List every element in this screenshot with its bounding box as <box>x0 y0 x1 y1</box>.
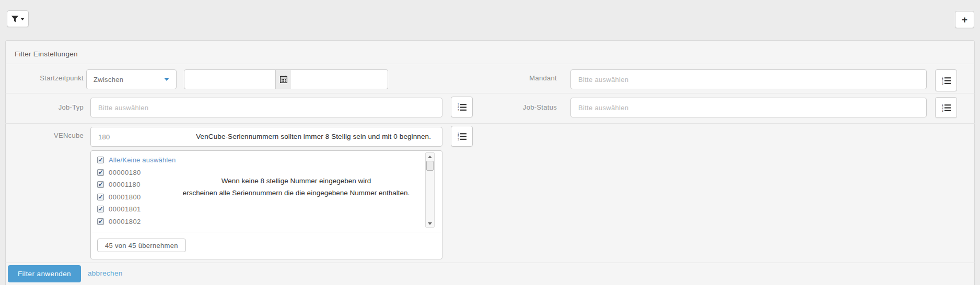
operator-select-value: Zwischen <box>94 76 123 84</box>
option-row: 00001801 <box>97 203 176 216</box>
panel-title: Filter Einstellungen <box>15 50 78 58</box>
svg-text:3: 3 <box>942 82 943 84</box>
plus-icon: + <box>962 14 967 26</box>
option-row: 00001800 <box>97 191 176 204</box>
list-ol-icon: 1 2 3 <box>942 104 951 112</box>
list-ol-icon: 1 2 3 <box>458 133 466 140</box>
date-to-input[interactable] <box>291 69 388 89</box>
triangle-down-icon <box>428 222 432 225</box>
footer-divider <box>5 263 975 263</box>
svg-text:1: 1 <box>942 104 943 106</box>
option-label: 00001180 <box>109 181 141 188</box>
date-from-input[interactable] <box>184 69 276 89</box>
svg-text:3: 3 <box>458 109 459 111</box>
filter-toggle-button[interactable] <box>7 10 29 27</box>
option-label: 00001802 <box>109 218 141 225</box>
option-checkbox[interactable] <box>97 206 104 212</box>
select-all-row: Alle/Keine auswählen <box>97 154 176 167</box>
cancel-link[interactable]: abbrechen <box>88 269 123 277</box>
svg-text:2: 2 <box>458 106 459 109</box>
header-divider <box>5 64 975 64</box>
row-divider <box>5 123 975 124</box>
vencube-option-panel: Alle/Keine auswählen 00000180 00001180 0… <box>90 150 442 259</box>
svg-text:1: 1 <box>458 103 459 106</box>
option-label: 00001801 <box>109 205 141 213</box>
row-divider <box>5 93 975 93</box>
option-checkbox[interactable] <box>97 194 104 200</box>
job-typ-list-button[interactable]: 1 2 3 <box>451 97 473 117</box>
svg-text:3: 3 <box>942 109 943 111</box>
list-ol-icon: 1 2 3 <box>942 77 951 85</box>
option-checkbox[interactable] <box>97 181 104 188</box>
select-all-checkbox[interactable] <box>97 157 104 163</box>
list-ol-icon: 1 2 3 <box>458 103 466 111</box>
startzeitpunkt-label: Startzeitpunkt <box>10 74 84 82</box>
mandant-input[interactable] <box>570 69 927 89</box>
overlay-line-1: Wenn keine 8 stellige Nummer eingegeben … <box>164 175 428 187</box>
mandant-list-button[interactable]: 1 2 3 <box>935 69 957 91</box>
job-typ-input[interactable] <box>90 98 442 117</box>
mandant-label: Mandant <box>486 74 557 82</box>
scrollbar-thumb[interactable] <box>426 161 434 171</box>
scrollbar[interactable] <box>425 152 435 228</box>
option-label: 00001800 <box>109 193 141 201</box>
startzeitpunkt-operator-select[interactable]: Zwischen <box>86 69 177 89</box>
apply-filter-button[interactable]: Filter anwenden <box>8 265 81 282</box>
scroll-down-button[interactable] <box>426 220 434 227</box>
option-row: 00000180 <box>97 167 176 179</box>
chevron-down-icon <box>20 18 25 20</box>
calendar-icon <box>280 76 287 83</box>
vencube-label: VENcube <box>10 132 84 139</box>
triangle-up-icon <box>428 156 432 158</box>
svg-text:2: 2 <box>458 135 459 138</box>
option-row: 00001180 <box>97 179 176 191</box>
svg-text:1: 1 <box>458 133 459 135</box>
calendar-button[interactable] <box>275 69 291 89</box>
job-status-list-button[interactable]: 1 2 3 <box>935 97 957 118</box>
add-filter-button[interactable]: + <box>955 11 974 28</box>
apply-selection-button[interactable]: 45 von 45 übernehmen <box>97 239 186 252</box>
job-typ-label: Job-Typ <box>10 103 84 111</box>
scroll-up-button[interactable] <box>426 153 434 160</box>
select-all-label[interactable]: Alle/Keine auswählen <box>109 156 176 164</box>
funnel-icon <box>11 16 19 22</box>
vencube-list-button[interactable]: 1 2 3 <box>451 126 473 147</box>
job-status-label: Job-Status <box>486 103 557 111</box>
overlay-line-2: erscheinen alle Seriennummern die die ei… <box>164 187 428 199</box>
chevron-down-icon <box>164 78 169 81</box>
svg-text:3: 3 <box>458 138 459 140</box>
dropdown-divider <box>91 232 442 232</box>
option-label: 00000180 <box>109 169 141 176</box>
vencube-input-group: VenCube-Seriennummern sollten immer 8 St… <box>90 127 442 147</box>
vencube-option-list: Alle/Keine auswählen 00000180 00001180 0… <box>97 154 176 228</box>
svg-text:2: 2 <box>942 106 943 109</box>
option-row: 00001802 <box>97 216 176 228</box>
option-checkbox[interactable] <box>97 169 104 176</box>
option-checkbox[interactable] <box>97 218 104 225</box>
job-status-input[interactable] <box>570 98 927 117</box>
svg-text:2: 2 <box>942 79 943 82</box>
vencube-input[interactable] <box>90 127 442 147</box>
screen: + Filter Einstellungen Startzeitpunkt Zw… <box>0 0 980 285</box>
svg-text:1: 1 <box>942 77 943 79</box>
vencube-overlay-text: Wenn keine 8 stellige Nummer eingegeben … <box>164 175 428 199</box>
